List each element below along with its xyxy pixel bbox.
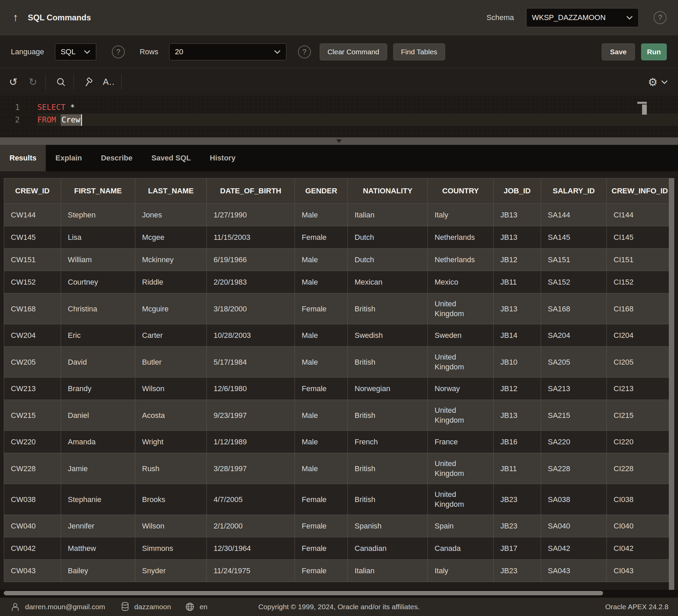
table-row: CW042MatthewSimmons12/30/1964FemaleCanad… bbox=[4, 537, 669, 560]
table-cell: CW215 bbox=[4, 400, 61, 431]
column-header-date_of_birth: DATE_OF_BIRTH bbox=[207, 178, 295, 204]
sql-code-editor[interactable]: 1SELECT *2FROM Crew bbox=[0, 96, 678, 137]
table-cell: United Kingdom bbox=[428, 400, 494, 431]
table-cell: CI043 bbox=[607, 560, 669, 582]
table-row: CW144StephenJones1/27/1990MaleItalianIta… bbox=[4, 204, 669, 226]
panel-splitter-handle[interactable] bbox=[0, 137, 678, 145]
editor-scrollbar-thumb[interactable] bbox=[642, 104, 647, 115]
clear-command-button[interactable]: Clear Command bbox=[320, 43, 387, 60]
column-header-last_name: LAST_NAME bbox=[135, 178, 207, 204]
table-cell: Italian bbox=[348, 560, 428, 582]
chevron-down-icon bbox=[84, 50, 91, 54]
table-cell: Spanish bbox=[348, 515, 428, 537]
horizontal-scrollbar-thumb[interactable] bbox=[4, 591, 603, 595]
table-cell: JB13 bbox=[494, 293, 541, 324]
table-cell: United Kingdom bbox=[428, 293, 494, 324]
table-cell: Female bbox=[295, 293, 348, 324]
undo-icon[interactable]: ↺ bbox=[5, 74, 22, 91]
table-cell: Male bbox=[295, 271, 348, 293]
schema-select-value: WKSP_DAZZAMOON bbox=[532, 13, 606, 22]
table-cell: CW144 bbox=[4, 204, 61, 226]
schema-help-icon[interactable]: ? bbox=[654, 11, 666, 24]
language-help-icon[interactable]: ? bbox=[112, 45, 125, 58]
sql-keyword: SELECT bbox=[37, 103, 65, 112]
table-cell: JB11 bbox=[494, 453, 541, 484]
table-cell: CI228 bbox=[607, 453, 669, 484]
table-cell: Brooks bbox=[135, 484, 207, 515]
table-cell: CI213 bbox=[607, 378, 669, 400]
table-cell: Simmons bbox=[135, 537, 207, 560]
tab-saved-sql[interactable]: Saved SQL bbox=[142, 145, 200, 171]
editor-scrollbar[interactable] bbox=[637, 102, 647, 104]
table-cell: Female bbox=[295, 484, 348, 515]
table-cell: 3/18/2000 bbox=[207, 293, 295, 324]
results-tabs: ResultsExplainDescribeSaved SQLHistory bbox=[0, 145, 678, 171]
column-header-job_id: JOB_ID bbox=[494, 178, 541, 204]
command-bar: Language SQL ? Rows 20 ? Clear Command F… bbox=[0, 36, 678, 68]
redo-icon[interactable]: ↻ bbox=[24, 74, 41, 91]
table-cell: SA215 bbox=[541, 400, 607, 431]
table-cell: William bbox=[61, 249, 135, 271]
format-hammer-icon[interactable] bbox=[81, 74, 98, 91]
selected-word: Crew bbox=[61, 114, 82, 126]
code-token bbox=[56, 115, 61, 124]
autocomplete-icon[interactable]: A.. bbox=[100, 74, 117, 91]
table-cell: CI220 bbox=[607, 431, 669, 453]
chevron-down-icon bbox=[626, 16, 633, 20]
table-cell: British bbox=[348, 347, 428, 378]
search-icon[interactable] bbox=[53, 74, 69, 91]
language-select[interactable]: SQL bbox=[55, 43, 96, 60]
table-cell: 4/7/2005 bbox=[207, 484, 295, 515]
table-cell: United Kingdom bbox=[428, 347, 494, 378]
settings-gear-icon: ⚙ bbox=[648, 76, 658, 89]
save-button[interactable]: Save bbox=[602, 43, 635, 60]
code-line[interactable]: 1SELECT * bbox=[0, 101, 678, 113]
table-cell: Carter bbox=[135, 324, 207, 347]
table-cell: SA038 bbox=[541, 484, 607, 515]
toolbar-separator bbox=[74, 74, 74, 90]
tab-explain[interactable]: Explain bbox=[46, 145, 91, 171]
rows-select[interactable]: 20 bbox=[169, 43, 286, 60]
language-label: Language bbox=[11, 47, 44, 56]
table-cell: British bbox=[348, 293, 428, 324]
table-cell: Female bbox=[295, 515, 348, 537]
current-line-highlight bbox=[37, 113, 678, 126]
table-cell: United Kingdom bbox=[428, 453, 494, 484]
table-cell: SA144 bbox=[541, 204, 607, 226]
table-cell: Male bbox=[295, 431, 348, 453]
rows-help-icon[interactable]: ? bbox=[298, 45, 311, 58]
back-up-arrow-icon[interactable]: ↑ bbox=[13, 11, 18, 24]
table-cell: Brandy bbox=[61, 378, 135, 400]
table-cell: Jamie bbox=[61, 453, 135, 484]
tab-results[interactable]: Results bbox=[0, 145, 46, 171]
editor-settings-menu[interactable]: ⚙ bbox=[648, 68, 668, 96]
table-cell: 2/20/1983 bbox=[207, 271, 295, 293]
table-cell: CI152 bbox=[607, 271, 669, 293]
vertical-scrollbar[interactable] bbox=[669, 178, 674, 590]
collapse-triangle-icon bbox=[336, 139, 342, 143]
table-cell: 5/17/1984 bbox=[207, 347, 295, 378]
table-cell: Matthew bbox=[61, 537, 135, 560]
table-cell: Riddle bbox=[135, 271, 207, 293]
find-tables-button[interactable]: Find Tables bbox=[393, 43, 445, 60]
rows-select-value: 20 bbox=[175, 47, 183, 56]
table-cell: JB13 bbox=[494, 226, 541, 249]
table-cell: JB12 bbox=[494, 249, 541, 271]
table-cell: Amanda bbox=[61, 431, 135, 453]
tab-history[interactable]: History bbox=[200, 145, 245, 171]
page-title: SQL Commands bbox=[28, 13, 91, 22]
table-cell: Butler bbox=[135, 347, 207, 378]
table-cell: SA204 bbox=[541, 324, 607, 347]
globe-icon bbox=[185, 602, 195, 612]
code-line[interactable]: 2FROM Crew bbox=[0, 113, 678, 126]
schema-select[interactable]: WKSP_DAZZAMOON bbox=[526, 8, 639, 27]
toolbar-separator bbox=[45, 74, 46, 90]
table-cell: SA042 bbox=[541, 537, 607, 560]
table-cell: SA168 bbox=[541, 293, 607, 324]
table-cell: 6/19/1966 bbox=[207, 249, 295, 271]
run-button[interactable]: Run bbox=[641, 43, 667, 60]
horizontal-scrollbar-track[interactable] bbox=[0, 590, 678, 598]
line-number: 2 bbox=[0, 115, 20, 124]
table-cell: Female bbox=[295, 537, 348, 560]
tab-describe[interactable]: Describe bbox=[92, 145, 142, 171]
